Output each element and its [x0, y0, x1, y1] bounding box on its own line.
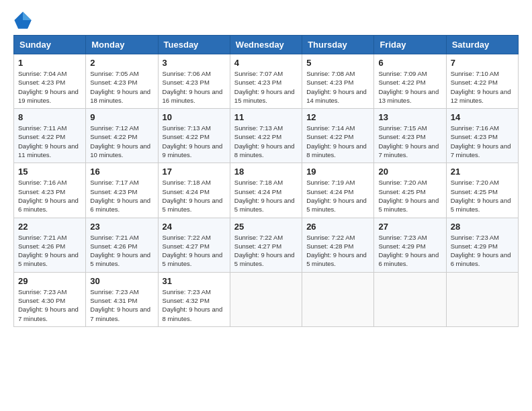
day-info: Sunrise: 7:14 AMSunset: 4:22 PMDaylight:…: [306, 124, 369, 159]
week-row-5: 29Sunrise: 7:23 AMSunset: 4:30 PMDayligh…: [14, 272, 519, 326]
sunrise-text: Sunrise: 7:20 AM: [378, 178, 441, 187]
daylight-text: Daylight: 9 hours and 5 minutes.: [234, 196, 298, 214]
day-info: Sunrise: 7:19 AMSunset: 4:24 PMDaylight:…: [306, 178, 369, 214]
sunrise-text: Sunrise: 7:10 AM: [451, 69, 514, 78]
day-cell: 17Sunrise: 7:18 AMSunset: 4:24 PMDayligh…: [158, 163, 230, 218]
sunset-text: Sunset: 4:23 PM: [18, 187, 81, 196]
daylight-text: Daylight: 9 hours and 14 minutes.: [306, 87, 369, 105]
sunrise-text: Sunrise: 7:15 AM: [378, 124, 441, 132]
daylight-text: Daylight: 9 hours and 5 minutes.: [234, 250, 298, 269]
week-row-3: 15Sunrise: 7:16 AMSunset: 4:23 PMDayligh…: [14, 163, 519, 218]
day-cell: 13Sunrise: 7:15 AMSunset: 4:23 PMDayligh…: [374, 109, 446, 163]
sunrise-text: Sunrise: 7:23 AM: [451, 233, 514, 242]
day-info: Sunrise: 7:13 AMSunset: 4:22 PMDaylight:…: [234, 124, 298, 159]
daylight-text: Daylight: 9 hours and 5 minutes.: [378, 196, 441, 214]
daylight-text: Daylight: 9 hours and 6 minutes.: [451, 250, 514, 269]
day-number: 23: [90, 222, 153, 232]
day-number: 8: [18, 112, 81, 122]
daylight-text: Daylight: 9 hours and 6 minutes.: [378, 250, 441, 269]
day-cell: [374, 272, 446, 326]
day-cell: 11Sunrise: 7:13 AMSunset: 4:22 PMDayligh…: [230, 109, 302, 163]
header: [13, 11, 519, 30]
day-info: Sunrise: 7:22 AMSunset: 4:27 PMDaylight:…: [163, 233, 226, 269]
day-number: 22: [18, 222, 81, 232]
day-cell: 26Sunrise: 7:22 AMSunset: 4:28 PMDayligh…: [302, 218, 374, 272]
day-number: 5: [306, 58, 369, 68]
sunset-text: Sunset: 4:26 PM: [18, 242, 81, 250]
sunrise-text: Sunrise: 7:12 AM: [90, 124, 153, 132]
daylight-text: Daylight: 9 hours and 5 minutes.: [18, 250, 81, 269]
day-number: 29: [18, 276, 81, 286]
sunset-text: Sunset: 4:23 PM: [90, 78, 153, 87]
daylight-text: Daylight: 9 hours and 12 minutes.: [451, 87, 514, 105]
daylight-text: Daylight: 9 hours and 5 minutes.: [90, 250, 153, 269]
daylight-text: Daylight: 9 hours and 5 minutes.: [163, 250, 226, 269]
sunrise-text: Sunrise: 7:23 AM: [18, 287, 81, 296]
sunset-text: Sunset: 4:24 PM: [163, 187, 226, 196]
sunset-text: Sunset: 4:22 PM: [451, 78, 514, 87]
day-info: Sunrise: 7:18 AMSunset: 4:24 PMDaylight:…: [234, 178, 298, 214]
day-cell: 24Sunrise: 7:22 AMSunset: 4:27 PMDayligh…: [158, 218, 230, 272]
sunset-text: Sunset: 4:32 PM: [163, 296, 226, 305]
day-cell: 16Sunrise: 7:17 AMSunset: 4:23 PMDayligh…: [86, 163, 158, 218]
sunrise-text: Sunrise: 7:19 AM: [306, 178, 369, 187]
day-number: 26: [306, 222, 369, 232]
daylight-text: Daylight: 9 hours and 7 minutes.: [378, 142, 441, 160]
sunrise-text: Sunrise: 7:17 AM: [90, 178, 153, 187]
sunset-text: Sunset: 4:22 PM: [18, 132, 81, 141]
sunset-text: Sunset: 4:27 PM: [163, 242, 226, 250]
day-number: 25: [234, 222, 298, 232]
day-number: 12: [306, 112, 369, 122]
day-number: 6: [378, 58, 441, 68]
day-number: 27: [378, 222, 441, 232]
day-cell: 8Sunrise: 7:11 AMSunset: 4:22 PMDaylight…: [14, 109, 86, 163]
sunrise-text: Sunrise: 7:13 AM: [163, 124, 226, 132]
sunrise-text: Sunrise: 7:07 AM: [234, 69, 298, 78]
day-cell: [230, 272, 302, 326]
day-info: Sunrise: 7:17 AMSunset: 4:23 PMDaylight:…: [90, 178, 153, 214]
col-header-saturday: Saturday: [446, 36, 518, 54]
day-number: 28: [451, 222, 514, 232]
day-cell: 22Sunrise: 7:21 AMSunset: 4:26 PMDayligh…: [14, 218, 86, 272]
sunrise-text: Sunrise: 7:16 AM: [18, 178, 81, 187]
daylight-text: Daylight: 9 hours and 10 minutes.: [90, 142, 153, 160]
day-cell: 20Sunrise: 7:20 AMSunset: 4:25 PMDayligh…: [374, 163, 446, 218]
day-number: 19: [306, 167, 369, 177]
day-number: 3: [163, 58, 226, 68]
page: SundayMondayTuesdayWednesdayThursdayFrid…: [0, 0, 532, 411]
daylight-text: Daylight: 9 hours and 5 minutes.: [306, 250, 369, 269]
sunrise-text: Sunrise: 7:04 AM: [18, 69, 81, 78]
day-cell: 12Sunrise: 7:14 AMSunset: 4:22 PMDayligh…: [302, 109, 374, 163]
day-cell: 25Sunrise: 7:22 AMSunset: 4:27 PMDayligh…: [230, 218, 302, 272]
day-info: Sunrise: 7:11 AMSunset: 4:22 PMDaylight:…: [18, 124, 81, 159]
sunset-text: Sunset: 4:23 PM: [18, 78, 81, 87]
sunrise-text: Sunrise: 7:20 AM: [451, 178, 514, 187]
sunrise-text: Sunrise: 7:23 AM: [378, 233, 441, 242]
day-number: 18: [234, 167, 298, 177]
day-cell: 21Sunrise: 7:20 AMSunset: 4:25 PMDayligh…: [446, 163, 518, 218]
day-number: 13: [378, 112, 441, 122]
daylight-text: Daylight: 9 hours and 5 minutes.: [306, 196, 369, 214]
sunset-text: Sunset: 4:22 PM: [163, 132, 226, 141]
sunrise-text: Sunrise: 7:13 AM: [234, 124, 298, 132]
day-info: Sunrise: 7:16 AMSunset: 4:23 PMDaylight:…: [451, 124, 514, 159]
day-number: 15: [18, 167, 81, 177]
day-number: 24: [163, 222, 226, 232]
logo-icon: [13, 11, 32, 30]
day-number: 17: [163, 167, 226, 177]
week-row-4: 22Sunrise: 7:21 AMSunset: 4:26 PMDayligh…: [14, 218, 519, 272]
day-cell: 4Sunrise: 7:07 AMSunset: 4:23 PMDaylight…: [230, 54, 302, 109]
day-cell: 29Sunrise: 7:23 AMSunset: 4:30 PMDayligh…: [14, 272, 86, 326]
day-number: 7: [451, 58, 514, 68]
day-info: Sunrise: 7:23 AMSunset: 4:32 PMDaylight:…: [163, 287, 226, 323]
sunset-text: Sunset: 4:22 PM: [378, 78, 441, 87]
sunset-text: Sunset: 4:27 PM: [234, 242, 298, 250]
sunrise-text: Sunrise: 7:18 AM: [234, 178, 298, 187]
daylight-text: Daylight: 9 hours and 7 minutes.: [18, 305, 81, 323]
sunset-text: Sunset: 4:22 PM: [306, 132, 369, 141]
col-header-wednesday: Wednesday: [230, 36, 302, 54]
day-info: Sunrise: 7:23 AMSunset: 4:30 PMDaylight:…: [18, 287, 81, 323]
daylight-text: Daylight: 9 hours and 8 minutes.: [163, 305, 226, 323]
day-info: Sunrise: 7:15 AMSunset: 4:23 PMDaylight:…: [378, 124, 441, 159]
col-header-friday: Friday: [374, 36, 446, 54]
